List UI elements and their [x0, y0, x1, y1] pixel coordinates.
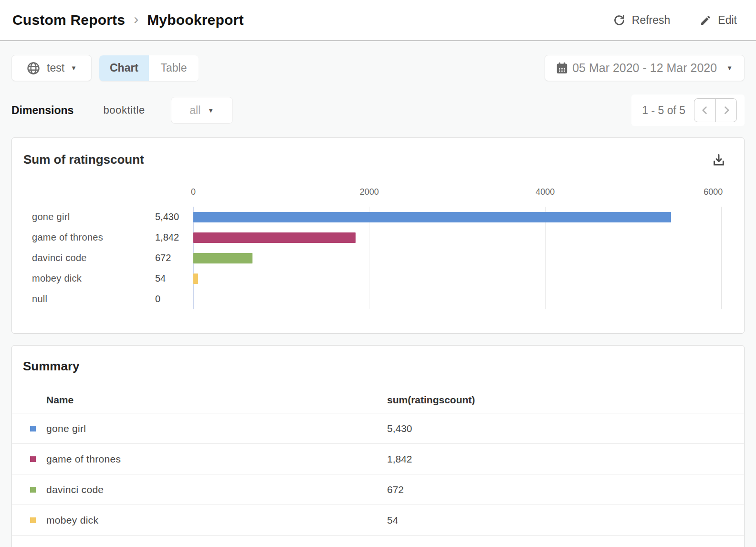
x-tick-label: 4000 — [536, 187, 555, 197]
summary-table-body: gone girl5,430game of thrones1,842davinc… — [12, 413, 744, 547]
pager-buttons — [694, 98, 737, 122]
chevron-left-icon — [700, 105, 710, 115]
chart-row-labels: mobey dick54 — [32, 268, 193, 289]
dimension-filter-value: all — [189, 104, 200, 117]
cell-name: game of thrones — [46, 453, 387, 465]
cell-value: 0 — [387, 545, 393, 547]
globe-icon — [26, 61, 41, 75]
chart-row-labels: gone girl5,430 — [32, 207, 193, 227]
caret-down-icon: ▼ — [71, 64, 77, 72]
series-color-swatch — [30, 426, 36, 431]
edit-label: Edit — [718, 14, 737, 27]
value-label: 1,842 — [155, 232, 179, 243]
summary-card: Summary Name sum(ratingscount) gone girl… — [11, 345, 745, 547]
dimension-field-label: booktitle — [103, 104, 145, 116]
breadcrumb: Custom Reports › Mybookreport — [12, 12, 244, 28]
view-tabs: Chart Table — [99, 55, 199, 81]
value-label: 5,430 — [155, 211, 179, 222]
category-label: mobey dick — [32, 273, 155, 284]
edit-pencil-icon — [700, 14, 712, 26]
table-row: davinci code672 — [12, 474, 744, 505]
category-label: null — [32, 294, 155, 305]
caret-down-icon: ▼ — [208, 107, 214, 114]
cell-name: davinci code — [46, 484, 387, 495]
bar-row — [193, 289, 721, 309]
column-header-value: sum(ratingscount) — [387, 394, 475, 406]
chart-card: Sum of ratingscount 0200040006000 gone g… — [11, 137, 745, 334]
value-label: 0 — [155, 294, 160, 305]
bar[interactable] — [193, 232, 356, 243]
chart-categories: gone girl5,430game of thrones1,842davinc… — [12, 207, 193, 309]
bar-row — [193, 268, 721, 289]
dimensions-row: Dimensions booktitle all ▼ 1 - 5 of 5 — [0, 81, 756, 137]
x-axis: 0200040006000 — [193, 187, 721, 197]
cell-value: 5,430 — [387, 423, 412, 434]
category-label: gone girl — [32, 211, 155, 222]
series-color-swatch — [30, 487, 36, 493]
series-color-swatch — [30, 517, 36, 523]
pagination-info: 1 - 5 of 5 — [642, 104, 685, 117]
table-row: game of thrones1,842 — [12, 444, 744, 474]
summary-table-header: Name sum(ratingscount) — [12, 387, 744, 413]
page-header: Custom Reports › Mybookreport Refresh Ed… — [0, 0, 756, 41]
cell-name: gone girl — [46, 423, 387, 434]
edit-button[interactable]: Edit — [700, 14, 737, 27]
cell-name: mobey dick — [46, 515, 387, 526]
chart-row-labels: davinci code672 — [32, 248, 193, 268]
previous-page-button[interactable] — [694, 99, 715, 122]
tab-table[interactable]: Table — [149, 55, 199, 81]
bar-chart: gone girl5,430game of thrones1,842davinc… — [12, 207, 744, 333]
value-label: 54 — [155, 273, 166, 284]
column-header-name: Name — [46, 394, 387, 406]
summary-table: Name sum(ratingscount) gone girl5,430gam… — [12, 387, 744, 547]
x-tick-label: 6000 — [704, 187, 723, 197]
refresh-label: Refresh — [632, 14, 671, 27]
date-range-picker[interactable]: 05 Mar 2020 - 12 Mar 2020 ▼ — [545, 55, 745, 81]
dimension-filter-dropdown[interactable]: all ▼ — [171, 97, 233, 124]
chart-plot — [193, 207, 721, 309]
table-row: mobey dick54 — [12, 505, 744, 536]
refresh-button[interactable]: Refresh — [613, 14, 671, 27]
bar[interactable] — [193, 274, 198, 284]
bar[interactable] — [193, 253, 252, 263]
category-label: game of thrones — [32, 232, 155, 243]
cell-value: 672 — [387, 484, 404, 495]
calendar-icon — [556, 62, 568, 74]
breadcrumb-current: Mybookreport — [147, 12, 243, 28]
toolbar: test ▼ Chart Table 05 Mar 2020 - 12 Mar … — [0, 41, 756, 81]
chart-title: Sum of ratingscount — [23, 152, 144, 167]
download-icon — [712, 153, 726, 167]
x-tick-label: 2000 — [360, 187, 379, 197]
caret-down-icon: ▼ — [726, 64, 733, 72]
bar-row — [193, 248, 721, 268]
pagination: 1 - 5 of 5 — [631, 95, 745, 126]
tab-chart[interactable]: Chart — [99, 55, 149, 81]
summary-title: Summary — [12, 346, 744, 374]
series-color-swatch — [30, 456, 36, 462]
cell-value: 1,842 — [387, 453, 412, 465]
x-tick-label: 0 — [191, 187, 196, 197]
chart-row-labels: game of thrones1,842 — [32, 227, 193, 248]
value-label: 672 — [155, 252, 171, 263]
scope-dropdown[interactable]: test ▼ — [11, 55, 92, 81]
dimensions-label: Dimensions — [11, 104, 74, 117]
bar[interactable] — [193, 212, 671, 222]
scope-label: test — [47, 62, 64, 74]
category-label: davinci code — [32, 252, 155, 263]
breadcrumb-parent[interactable]: Custom Reports — [12, 12, 125, 28]
header-actions: Refresh Edit — [613, 14, 737, 27]
bar-row — [193, 227, 721, 248]
table-row: gone girl5,430 — [12, 413, 744, 444]
next-page-button[interactable] — [715, 99, 736, 122]
download-button[interactable] — [712, 153, 726, 167]
breadcrumb-separator-icon: › — [134, 11, 138, 27]
chevron-right-icon — [722, 105, 731, 115]
cell-name: null — [46, 545, 387, 547]
chart-row-labels: null0 — [32, 289, 193, 309]
refresh-icon — [613, 14, 626, 27]
table-row: null0 — [12, 536, 744, 547]
date-range-label: 05 Mar 2020 - 12 Mar 2020 — [572, 61, 717, 75]
bar-row — [193, 207, 721, 227]
cell-value: 54 — [387, 515, 398, 526]
